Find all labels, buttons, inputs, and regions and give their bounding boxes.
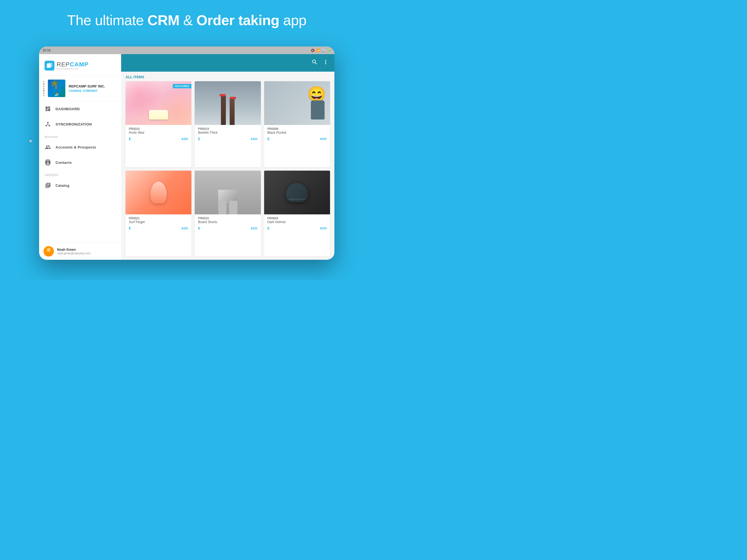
change-company-button[interactable]: CHANGE COMPANY: [69, 89, 105, 93]
product-card-4: PR0021 Surf Finger € ADD: [126, 171, 191, 257]
product-name-0: Arctic Wax: [129, 131, 188, 134]
scroll-indicator: [29, 140, 32, 142]
contacts-label: Contacts: [55, 160, 72, 164]
palm-tree-icon: 🌴: [50, 81, 60, 88]
product-name-2: Black Pocket: [267, 131, 327, 134]
dashboard-icon: [45, 105, 51, 112]
product-image-arctic-wax: FEATURED: [126, 81, 191, 125]
section-label: ALL ITEMS: [121, 72, 334, 81]
sidebar-item-catalog[interactable]: Catalog: [39, 178, 121, 193]
nav-section: DASHBOARD SYNCHRONIZATION Accounts: [39, 101, 121, 243]
product-image-black-pocket: 😄: [264, 81, 330, 125]
svg-point-3: [47, 248, 51, 252]
hero-title-bold2: Order taking: [196, 12, 279, 28]
orders-section-header: ORDERS: [39, 170, 121, 178]
catalog-label: Catalog: [55, 183, 70, 187]
featured-badge: FEATURED: [173, 84, 191, 88]
more-options-icon[interactable]: [323, 59, 329, 67]
hero-title: The ultimate CRM & Order taking app: [0, 12, 374, 28]
company-vertical-label: COMPANY: [42, 80, 45, 96]
hero-title-part2: &: [179, 12, 196, 28]
add-button-1[interactable]: ADD: [251, 137, 257, 141]
catalog-icon: [45, 182, 51, 189]
product-name-4: Board Shorts: [198, 220, 257, 224]
product-card-6: PR0003 Dark Helmet € ADD: [264, 171, 330, 257]
main-header: [121, 54, 334, 72]
sidebar-item-dashboard[interactable]: DASHBOARD: [39, 101, 121, 117]
app-container: REPCAMP KRITERSUITE COMPANY 🌴 🏄 REPCAMP …: [39, 54, 334, 260]
product-image-beelish: [195, 81, 261, 125]
product-name-3: Surf Finger: [129, 220, 188, 224]
add-button-4[interactable]: ADD: [251, 227, 257, 230]
product-grid: FEATURED PR0010 Arctic Wax € ADD: [121, 81, 334, 260]
sidebar-user-footer: Noah Green noah.green@repcamp.com: [39, 243, 121, 260]
sidebar-item-contacts[interactable]: Contacts: [39, 155, 121, 170]
accounts-section-header: Accounts: [39, 132, 121, 139]
add-button-5[interactable]: ADD: [320, 227, 327, 230]
user-email: noah.green@repcamp.com: [57, 252, 90, 255]
price-icon-0: €: [129, 137, 131, 141]
sidebar: REPCAMP KRITERSUITE COMPANY 🌴 🏄 REPCAMP …: [39, 54, 121, 260]
price-icon-5: €: [267, 226, 269, 230]
product-card-black-pocket: 😄 PR0008 Black Pocket € ADD: [264, 81, 330, 167]
product-code-0: PR0010: [129, 127, 188, 130]
dashboard-label: DASHBOARD: [55, 107, 80, 111]
product-code-2: PR0008: [267, 127, 327, 130]
product-code-5: PR0003: [267, 217, 327, 220]
user-avatar: [44, 246, 54, 256]
sync-icon: [45, 121, 51, 127]
hero-title-bold1: CRM: [147, 12, 179, 28]
sync-label: SYNCHRONIZATION: [55, 122, 92, 126]
user-name: Noah Green: [57, 248, 90, 252]
price-icon-1: €: [198, 137, 200, 141]
company-name: REPCAMP SURF INC.: [69, 84, 105, 88]
product-name-5: Dark Helmet: [267, 220, 327, 224]
price-icon-2: €: [267, 137, 269, 141]
product-card-beelish: PR0019 Beelish Thick € ADD: [195, 81, 261, 167]
product-card-arctic-wax: FEATURED PR0010 Arctic Wax € ADD: [126, 81, 191, 167]
add-button-0[interactable]: ADD: [181, 137, 188, 141]
surfers-icon: 🏄: [54, 92, 59, 96]
logo-subtitle: KRITERSUITE: [57, 68, 88, 70]
signal-icon: 📡: [322, 49, 326, 52]
search-icon[interactable]: [311, 59, 318, 67]
mute-icon: 🔇: [311, 49, 315, 52]
product-code-1: PR0019: [198, 127, 257, 130]
company-logo: 🌴 🏄: [48, 80, 66, 97]
hero-section: The ultimate CRM & Order taking app: [0, 0, 374, 28]
product-image-4: [126, 171, 191, 214]
product-card-5: PR0015 Board Shorts € ADD: [195, 171, 261, 257]
battery-icon: 🔋: [327, 49, 331, 52]
company-section: COMPANY 🌴 🏄 REPCAMP SURF INC. CHANGE COM…: [39, 76, 121, 101]
sidebar-item-sync[interactable]: SYNCHRONIZATION: [39, 117, 121, 132]
contacts-icon: [45, 159, 51, 166]
main-content: ALL ITEMS FEATURED PR0010 Arctic Wax: [121, 54, 334, 260]
add-button-3[interactable]: ADD: [181, 227, 188, 230]
product-code-4: PR0015: [198, 217, 257, 220]
logo-brand: REPCAMP: [57, 61, 88, 68]
sidebar-logo: REPCAMP KRITERSUITE: [39, 54, 121, 76]
tablet-device: 10:16 🔇 📶 📡 🔋: [39, 47, 334, 260]
product-image-5: [195, 171, 261, 214]
product-code-3: PR0021: [129, 217, 188, 220]
status-bar: 10:16 🔇 📶 📡 🔋: [39, 47, 334, 54]
hero-title-part3: app: [279, 12, 307, 28]
svg-rect-1: [48, 63, 52, 67]
status-time: 10:16: [42, 48, 51, 52]
price-icon-4: €: [198, 226, 200, 230]
hero-title-part1: The ultimate: [67, 12, 147, 28]
people-icon: [45, 144, 51, 150]
product-name-1: Beelish Thick: [198, 131, 257, 134]
logo-icon: [45, 61, 54, 71]
wifi-icon: 📶: [316, 49, 320, 52]
status-icons: 🔇 📶 📡 🔋: [311, 49, 331, 52]
product-image-6: [264, 171, 330, 214]
add-button-2[interactable]: ADD: [320, 137, 327, 141]
accounts-prospects-label: Accounts & Prospects: [55, 145, 96, 149]
sidebar-item-accounts-prospects[interactable]: Accounts & Prospects: [39, 139, 121, 155]
price-icon-3: €: [129, 226, 131, 230]
